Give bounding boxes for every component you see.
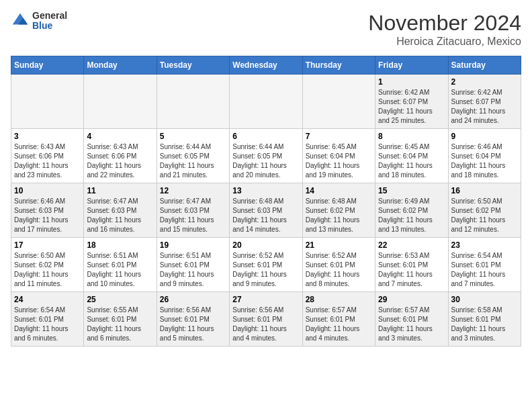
day-info: Sunrise: 6:47 AMSunset: 6:03 PMDaylight:… (87, 197, 153, 234)
calendar-cell: 18Sunrise: 6:51 AMSunset: 6:01 PMDayligh… (84, 238, 157, 292)
calendar-cell: 2Sunrise: 6:42 AMSunset: 6:07 PMDaylight… (448, 75, 521, 129)
calendar-cell: 14Sunrise: 6:48 AMSunset: 6:02 PMDayligh… (302, 183, 375, 238)
day-number: 30 (451, 295, 518, 304)
day-number: 16 (451, 186, 518, 195)
calendar-week-2: 10Sunrise: 6:46 AMSunset: 6:03 PMDayligh… (11, 183, 521, 238)
calendar-cell: 23Sunrise: 6:54 AMSunset: 6:01 PMDayligh… (448, 238, 521, 292)
calendar-cell: 12Sunrise: 6:47 AMSunset: 6:03 PMDayligh… (157, 183, 229, 238)
calendar-cell: 11Sunrise: 6:47 AMSunset: 6:03 PMDayligh… (84, 183, 157, 238)
day-number: 1 (378, 77, 445, 87)
day-number: 5 (160, 132, 226, 141)
calendar-cell: 13Sunrise: 6:48 AMSunset: 6:03 PMDayligh… (230, 183, 302, 238)
day-number: 3 (14, 132, 81, 141)
day-info: Sunrise: 6:53 AMSunset: 6:01 PMDaylight:… (378, 251, 445, 289)
calendar-cell: 24Sunrise: 6:54 AMSunset: 6:01 PMDayligh… (11, 292, 84, 347)
calendar-cell: 5Sunrise: 6:44 AMSunset: 6:05 PMDaylight… (157, 129, 229, 183)
calendar-cell: 28Sunrise: 6:57 AMSunset: 6:01 PMDayligh… (302, 292, 375, 347)
calendar-cell: 19Sunrise: 6:51 AMSunset: 6:01 PMDayligh… (157, 238, 229, 292)
day-info: Sunrise: 6:45 AMSunset: 6:04 PMDaylight:… (378, 142, 445, 180)
calendar-cell: 26Sunrise: 6:56 AMSunset: 6:01 PMDayligh… (157, 292, 229, 347)
calendar-cell: 7Sunrise: 6:45 AMSunset: 6:04 PMDaylight… (302, 129, 375, 183)
day-info: Sunrise: 6:42 AMSunset: 6:07 PMDaylight:… (451, 88, 518, 126)
header-tuesday: Tuesday (157, 56, 229, 75)
header-saturday: Saturday (448, 56, 521, 75)
calendar-cell: 9Sunrise: 6:46 AMSunset: 6:04 PMDaylight… (448, 129, 521, 183)
calendar-cell (84, 75, 157, 129)
calendar-cell: 8Sunrise: 6:45 AMSunset: 6:04 PMDaylight… (375, 129, 448, 183)
calendar-cell: 27Sunrise: 6:56 AMSunset: 6:01 PMDayligh… (230, 292, 302, 347)
day-number: 2 (451, 77, 518, 87)
day-number: 20 (232, 240, 299, 250)
calendar-cell: 4Sunrise: 6:43 AMSunset: 6:06 PMDaylight… (84, 129, 157, 183)
day-info: Sunrise: 6:43 AMSunset: 6:06 PMDaylight:… (14, 142, 81, 180)
location-subtitle: Heroica Zitacuaro, Mexico (368, 36, 521, 48)
day-info: Sunrise: 6:50 AMSunset: 6:02 PMDaylight:… (451, 197, 518, 234)
day-info: Sunrise: 6:51 AMSunset: 6:01 PMDaylight:… (87, 251, 153, 289)
day-info: Sunrise: 6:45 AMSunset: 6:04 PMDaylight:… (306, 142, 372, 180)
day-number: 21 (306, 240, 372, 250)
calendar-cell: 20Sunrise: 6:52 AMSunset: 6:01 PMDayligh… (230, 238, 302, 292)
day-info: Sunrise: 6:54 AMSunset: 6:01 PMDaylight:… (451, 251, 518, 289)
logo-blue: Blue (32, 21, 67, 31)
day-info: Sunrise: 6:57 AMSunset: 6:01 PMDaylight:… (306, 306, 372, 343)
day-info: Sunrise: 6:54 AMSunset: 6:01 PMDaylight:… (14, 306, 81, 343)
day-info: Sunrise: 6:50 AMSunset: 6:02 PMDaylight:… (14, 251, 81, 289)
day-number: 10 (14, 186, 81, 195)
day-number: 23 (451, 240, 518, 250)
day-info: Sunrise: 6:46 AMSunset: 6:04 PMDaylight:… (451, 142, 518, 180)
day-number: 19 (160, 240, 226, 250)
calendar-cell: 29Sunrise: 6:57 AMSunset: 6:01 PMDayligh… (375, 292, 448, 347)
day-info: Sunrise: 6:56 AMSunset: 6:01 PMDaylight:… (232, 306, 299, 343)
calendar-cell: 6Sunrise: 6:44 AMSunset: 6:05 PMDaylight… (230, 129, 302, 183)
calendar-week-0: 1Sunrise: 6:42 AMSunset: 6:07 PMDaylight… (11, 75, 521, 129)
calendar-cell (157, 75, 229, 129)
calendar-cell: 16Sunrise: 6:50 AMSunset: 6:02 PMDayligh… (448, 183, 521, 238)
day-number: 27 (232, 295, 299, 304)
day-number: 6 (232, 132, 299, 141)
calendar-cell (230, 75, 302, 129)
day-info: Sunrise: 6:46 AMSunset: 6:03 PMDaylight:… (14, 197, 81, 234)
day-info: Sunrise: 6:47 AMSunset: 6:03 PMDaylight:… (160, 197, 226, 234)
calendar-cell: 30Sunrise: 6:58 AMSunset: 6:01 PMDayligh… (448, 292, 521, 347)
header-wednesday: Wednesday (230, 56, 302, 75)
day-info: Sunrise: 6:52 AMSunset: 6:01 PMDaylight:… (306, 251, 372, 289)
day-info: Sunrise: 6:44 AMSunset: 6:05 PMDaylight:… (232, 142, 299, 180)
day-info: Sunrise: 6:52 AMSunset: 6:01 PMDaylight:… (232, 251, 299, 289)
day-info: Sunrise: 6:49 AMSunset: 6:02 PMDaylight:… (378, 197, 445, 234)
day-number: 14 (306, 186, 372, 195)
header-thursday: Thursday (302, 56, 375, 75)
calendar-week-4: 24Sunrise: 6:54 AMSunset: 6:01 PMDayligh… (11, 292, 521, 347)
calendar-table: SundayMondayTuesdayWednesdayThursdayFrid… (11, 56, 521, 347)
day-info: Sunrise: 6:48 AMSunset: 6:03 PMDaylight:… (232, 197, 299, 234)
day-info: Sunrise: 6:58 AMSunset: 6:01 PMDaylight:… (451, 306, 518, 343)
day-number: 13 (232, 186, 299, 195)
day-number: 29 (378, 295, 445, 304)
calendar-cell (302, 75, 375, 129)
logo: General Blue (11, 11, 67, 32)
day-number: 11 (87, 186, 153, 195)
day-number: 28 (306, 295, 372, 304)
day-number: 26 (160, 295, 226, 304)
calendar-cell: 3Sunrise: 6:43 AMSunset: 6:06 PMDaylight… (11, 129, 84, 183)
calendar-week-1: 3Sunrise: 6:43 AMSunset: 6:06 PMDaylight… (11, 129, 521, 183)
day-number: 7 (306, 132, 372, 141)
day-info: Sunrise: 6:42 AMSunset: 6:07 PMDaylight:… (378, 88, 445, 126)
day-number: 24 (14, 295, 81, 304)
calendar-cell: 21Sunrise: 6:52 AMSunset: 6:01 PMDayligh… (302, 238, 375, 292)
day-info: Sunrise: 6:44 AMSunset: 6:05 PMDaylight:… (160, 142, 226, 180)
day-info: Sunrise: 6:51 AMSunset: 6:01 PMDaylight:… (160, 251, 226, 289)
calendar-cell: 10Sunrise: 6:46 AMSunset: 6:03 PMDayligh… (11, 183, 84, 238)
day-info: Sunrise: 6:55 AMSunset: 6:01 PMDaylight:… (87, 306, 153, 343)
day-info: Sunrise: 6:57 AMSunset: 6:01 PMDaylight:… (378, 306, 445, 343)
day-info: Sunrise: 6:48 AMSunset: 6:02 PMDaylight:… (306, 197, 372, 234)
day-number: 4 (87, 132, 153, 141)
day-info: Sunrise: 6:43 AMSunset: 6:06 PMDaylight:… (87, 142, 153, 180)
day-number: 8 (378, 132, 445, 141)
calendar-cell: 17Sunrise: 6:50 AMSunset: 6:02 PMDayligh… (11, 238, 84, 292)
day-number: 17 (14, 240, 81, 250)
title-block: November 2024 Heroica Zitacuaro, Mexico (368, 11, 521, 48)
calendar-cell: 1Sunrise: 6:42 AMSunset: 6:07 PMDaylight… (375, 75, 448, 129)
day-info: Sunrise: 6:56 AMSunset: 6:01 PMDaylight:… (160, 306, 226, 343)
header-friday: Friday (375, 56, 448, 75)
logo-general: General (32, 11, 67, 21)
